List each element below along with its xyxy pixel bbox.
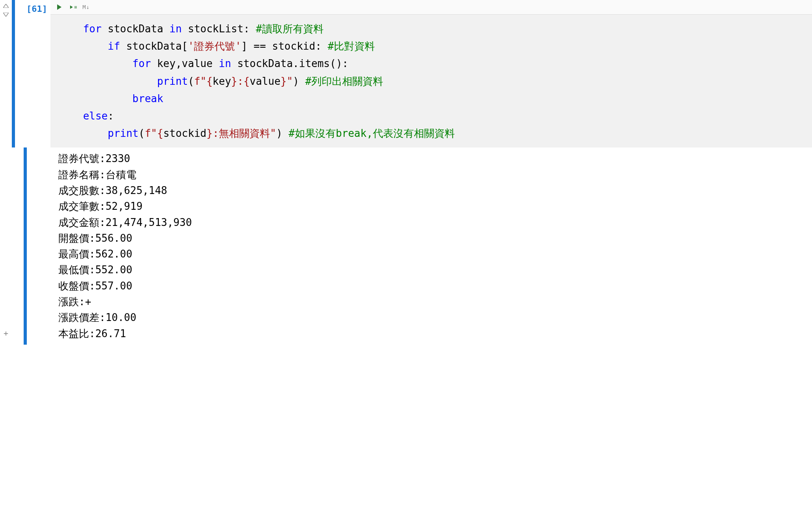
output-line: 收盤價:557.00 [58,280,132,292]
output-line: 最低價:552.00 [58,264,132,276]
run-indicator-bar [12,0,15,147]
add-cell-icon[interactable]: + [2,330,9,337]
output-line: 漲跌:+ [58,296,91,308]
input-body: ≡ M↓ for stockData in stockList: #讀取所有資料… [50,0,812,147]
move-down-icon[interactable] [2,11,9,18]
output-line: 漲跌價差:10.00 [58,312,136,323]
cell-container: [61] ≡ M↓ for stockData in stockList: #讀… [12,0,812,345]
run-cell-icon[interactable] [54,2,64,12]
output-line: 成交金額:21,474,513,930 [58,216,192,228]
output-line: 本益比:26.71 [58,328,126,340]
gutter: + [0,0,12,345]
move-up-icon[interactable] [2,2,9,9]
code-editor[interactable]: for stockData in stockList: #讀取所有資料 if s… [50,15,812,147]
output-indicator-bar [24,147,27,345]
output-text: 證券代號:2330 證券名稱:台積電 成交股數:38,625,148 成交筆數:… [50,147,812,345]
output-line: 最高價:562.00 [58,248,132,260]
output-line: 證券代號:2330 [58,153,130,164]
cell-toolbar: ≡ M↓ [50,0,812,15]
output-line: 成交筆數:52,919 [58,200,143,212]
output-line: 開盤價:556.00 [58,232,132,244]
notebook-cell: + [61] ≡ M↓ for stockData in stockList: … [0,0,812,345]
run-line-icon[interactable]: ≡ [69,4,77,10]
output-line: 成交股數:38,625,148 [58,185,167,196]
output-line: 證券名稱:台積電 [58,169,136,181]
output-cell: 證券代號:2330 證券名稱:台積電 成交股數:38,625,148 成交筆數:… [12,147,812,345]
execution-count: [61] [15,0,50,147]
markdown-toggle[interactable]: M↓ [82,4,89,10]
input-cell: [61] ≡ M↓ for stockData in stockList: #讀… [12,0,812,147]
output-prompt-spacer [27,147,50,345]
